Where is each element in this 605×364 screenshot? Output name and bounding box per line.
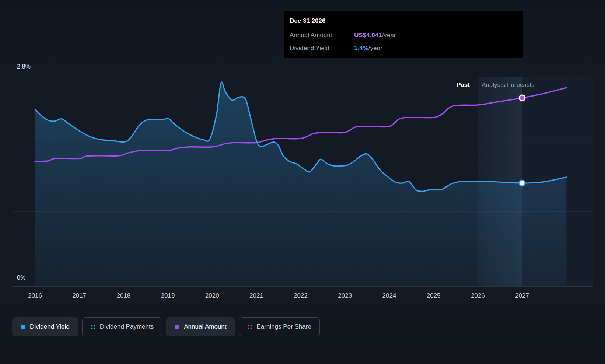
tooltip-date: Dec 31 2026	[290, 16, 517, 29]
legend-label-dividend-yield: Dividend Yield	[30, 323, 70, 330]
tooltip-row-annual-amount: Annual Amount US$4.041/year	[290, 29, 517, 42]
tooltip-dividend-yield-suffix: /year	[368, 45, 382, 52]
x-tick-2022: 2022	[294, 292, 308, 300]
legend-item-annual-amount[interactable]: Annual Amount	[166, 317, 235, 336]
tooltip-row-dividend-yield: Dividend Yield 1.4%/year	[290, 42, 517, 55]
dividend-payments-swatch-icon	[91, 325, 95, 329]
x-tick-2017: 2017	[72, 292, 86, 300]
x-tick-2025: 2025	[427, 292, 441, 300]
y-axis-bottom-label: 0%	[17, 274, 26, 281]
tooltip-dividend-yield-value: 1.4%	[354, 45, 368, 52]
y-axis-top-label: 2.8%	[17, 63, 31, 70]
x-tick-2018: 2018	[116, 292, 130, 300]
chart-tooltip: Dec 31 2026 Annual Amount US$4.041/year …	[284, 11, 523, 58]
chart-legend: Dividend Yield Dividend Payments Annual …	[12, 317, 320, 336]
legend-item-dividend-payments[interactable]: Dividend Payments	[82, 317, 162, 336]
earnings-per-share-swatch-icon	[248, 325, 252, 329]
marker-dividend-yield[interactable]	[519, 180, 525, 186]
dividend-yield-swatch-icon	[21, 325, 25, 329]
x-tick-2023: 2023	[338, 292, 352, 300]
x-tick-2024: 2024	[382, 292, 396, 300]
dividend-history-chart-page: 2.8% 0% Past Analysts Forecasts 20162017…	[0, 0, 605, 364]
x-tick-2016: 2016	[28, 292, 42, 300]
tooltip-dividend-yield-label: Dividend Yield	[290, 45, 354, 52]
x-tick-2021: 2021	[249, 292, 263, 300]
legend-label-annual-amount: Annual Amount	[184, 323, 226, 330]
legend-label-dividend-payments: Dividend Payments	[100, 323, 154, 330]
legend-item-earnings-per-share[interactable]: Earnings Per Share	[239, 317, 320, 336]
analysts-forecasts-label: Analysts Forecasts	[482, 81, 535, 89]
annual-amount-swatch-icon	[175, 325, 179, 329]
x-tick-2027: 2027	[515, 292, 529, 300]
x-tick-2026: 2026	[471, 292, 485, 300]
x-tick-2019: 2019	[161, 292, 175, 300]
x-tick-2020: 2020	[205, 292, 219, 300]
legend-item-dividend-yield[interactable]: Dividend Yield	[12, 317, 78, 336]
past-label: Past	[457, 81, 470, 89]
marker-annual-amount[interactable]	[519, 95, 525, 101]
x-axis: 2016201720182019202020212022202320242025…	[0, 292, 605, 302]
tooltip-annual-amount-label: Annual Amount	[290, 32, 354, 39]
tooltip-annual-amount-suffix: /year	[382, 32, 396, 39]
tooltip-annual-amount-value: US$4.041	[354, 32, 382, 39]
legend-label-earnings-per-share: Earnings Per Share	[257, 323, 311, 330]
